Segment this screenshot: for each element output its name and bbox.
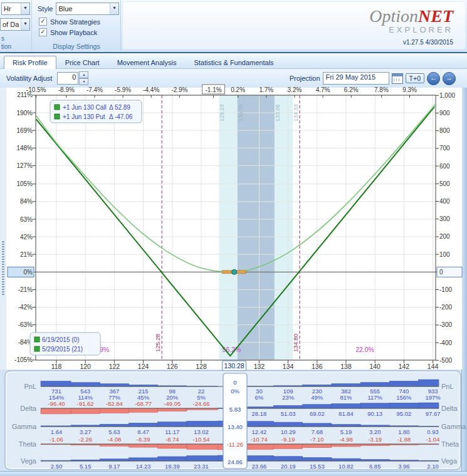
svg-text:-10.74: -10.74 [251,436,268,443]
legend-swatch-icon [55,114,60,119]
svg-text:800: 800 [439,127,450,134]
show-strategies-checkbox[interactable]: ✓ [39,18,47,26]
hr-combobox-value: Hr [2,5,21,13]
svg-text:21%: 21% [20,251,33,258]
of-da-combobox-value: of Da [1,21,21,28]
svg-text:-3.19: -3.19 [368,436,382,443]
svg-text:125.28: 125.28 [154,334,161,352]
spin-up-icon[interactable]: ▲ [79,71,88,78]
style-label: Style [38,5,53,13]
svg-text:9.17: 9.17 [108,463,120,470]
svg-text:1,000: 1,000 [439,92,455,99]
svg-text:23.66: 23.66 [252,463,267,470]
svg-text:4.7%: 4.7% [316,86,330,93]
svg-text:0%: 0% [24,269,33,276]
svg-text:Δ 52.89: Δ 52.89 [109,104,130,111]
svg-text:Gamma: Gamma [441,423,466,430]
svg-text:13.02: 13.02 [194,428,209,435]
tab-price-chart[interactable]: Price Chart [56,56,108,69]
tab-movement-analysis[interactable]: Movement Analysis [108,56,186,69]
legend-swatch-icon [34,346,39,351]
svg-text:-2.9%: -2.9% [171,86,187,93]
risk-profile-chart[interactable]: 125.28134.80-10.5%-8.9%-7.4%-5.9%-4.4%-2… [0,83,467,372]
projection-label: Projection [290,75,320,82]
svg-text:13.40: 13.40 [228,423,243,430]
of-da-combobox[interactable]: of Da ▾ [0,18,30,31]
svg-text:-10.54: -10.54 [193,436,210,443]
svg-text:0%: 0% [231,388,239,395]
svg-text:97.67: 97.67 [426,410,441,417]
svg-text:12.42: 12.42 [252,428,267,435]
hr-combobox[interactable]: Hr ▾ [1,3,30,15]
svg-text:211%: 211% [17,91,33,98]
svg-text:200: 200 [439,233,450,240]
svg-text:-300: -300 [439,321,452,328]
show-strategies-label: Show Strategies [50,18,100,26]
svg-text:133.06: 133.06 [275,104,281,122]
svg-text:7.68: 7.68 [312,428,323,435]
chart-root: 125.28134.80-10.5%-8.9%-7.4%-5.9%-4.4%-2… [6,85,462,371]
svg-text:42%: 42% [20,234,33,241]
svg-text:-11.26: -11.26 [227,441,243,448]
tab-risk-profile[interactable]: Risk Profile [4,56,56,69]
svg-text:10.29: 10.29 [281,428,296,435]
svg-text:10.82: 10.82 [338,463,354,470]
svg-text:-400: -400 [439,339,452,346]
svg-text:197%: 197% [425,394,441,401]
svg-text:-5.9%: -5.9% [115,86,131,93]
legend-swatch-icon [55,105,60,110]
chevron-down-icon[interactable]: ▾ [21,3,29,14]
svg-text:1.80: 1.80 [398,428,410,435]
greeks-table: 731154%543114%36777%21545%9820%225%306%1… [0,370,467,471]
calendar-icon[interactable] [392,73,403,84]
style-combobox[interactable]: Blue ▾ [56,3,119,15]
svg-text:105%: 105% [16,180,33,187]
svg-text:Vega: Vega [21,457,37,465]
version-label: v1.27.5 4/30/2015 [403,39,453,46]
svg-text:-1.04: -1.04 [426,436,440,443]
svg-text:-42%: -42% [18,304,33,311]
svg-text:-1.88: -1.88 [397,436,411,443]
svg-text:100: 100 [439,251,450,258]
svg-text:190%: 190% [16,110,33,116]
svg-text:2.10: 2.10 [427,463,439,470]
t0-toggle-button[interactable]: T+0 [406,73,424,83]
svg-text:+1 Jun 130 Call: +1 Jun 130 Call [63,104,107,111]
svg-text:14.23: 14.23 [136,463,151,470]
svg-text:23.31: 23.31 [194,463,209,470]
position-legend: +1 Jun 130 CallΔ 52.89+1 Jun 130 PutΔ -4… [50,100,142,123]
svg-text:-105%: -105% [14,356,33,363]
svg-text:5.63: 5.63 [108,428,120,435]
dates-legend: 6/19/2015 (0)5/29/2015 (21) [30,333,100,355]
svg-text:3.20: 3.20 [369,428,381,435]
logo-option: Option [369,6,418,26]
display-settings-group: Style Blue ▾ ✓ Show Strategies ✓ Show Pl… [33,0,121,52]
show-playback-checkbox[interactable]: ✓ [39,28,47,36]
svg-text:28.18: 28.18 [252,410,267,417]
tab-statistics-fundamentals[interactable]: Statistics & Fundamentals [185,56,282,69]
svg-text:129.23: 129.23 [219,104,225,122]
svg-text:11.17: 11.17 [165,428,179,435]
app-logo: OptionNET EXPLORER [369,8,453,34]
optionnet-explorer-window: Hr ▾ of Da ▾ s tion Style Blue ▾ ✓ Show … [0,0,467,476]
clipped-label-s: s [0,35,31,42]
svg-text:400: 400 [439,198,450,205]
svg-text:-9.19: -9.19 [281,436,295,443]
svg-text:117%: 117% [367,394,382,401]
svg-text:69.02: 69.02 [310,410,325,417]
svg-text:6.85: 6.85 [369,463,381,470]
svg-text:-68.77: -68.77 [135,400,152,407]
svg-text:134.33: 134.33 [293,104,299,122]
tab-bar: Risk Profile Price Chart Movement Analys… [0,53,467,69]
svg-text:5.19: 5.19 [340,428,352,435]
svg-text:24.86: 24.86 [228,458,243,465]
svg-text:2.50: 2.50 [51,463,63,470]
svg-text:0: 0 [439,269,443,276]
chevron-down-icon[interactable]: ▾ [110,3,118,14]
svg-text:1.64: 1.64 [51,428,63,435]
chevron-down-icon[interactable]: ▾ [21,19,29,30]
clipped-label-tion: tion [0,43,31,50]
status-bar [0,471,467,476]
svg-text:-8.74: -8.74 [165,436,179,443]
style-combobox-value: Blue [56,5,110,13]
